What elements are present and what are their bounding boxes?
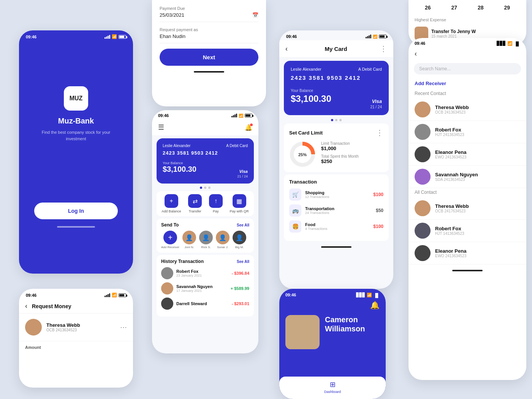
recent-id-4: SDA 2413634523 [435, 177, 478, 182]
dash-status-icons: 📶 [231, 114, 252, 118]
all-info-1: Theresa Webb OCB 2417634523 [435, 203, 469, 213]
set-limit-section: Set Card Limit ⋮ 25% Limit Transaction $… [284, 124, 389, 172]
wifi-icon: 📶 [112, 34, 117, 39]
card-type: A Debit Card [226, 144, 248, 148]
menu-button[interactable]: ☰ [158, 123, 164, 131]
splash-content: MUZ Muz-Bank Find the best company stock… [19, 41, 133, 219]
profile-wifi: 📶 [367, 293, 372, 298]
pie-chart-svg: 25% [289, 141, 316, 168]
set-limit-more[interactable]: ⋮ [376, 128, 383, 137]
contacts-battery: ▐▌ [514, 41, 520, 46]
trans-amount-2: $50 [376, 208, 383, 213]
card-number: 2423 3581 9503 2412 [163, 150, 248, 156]
notification-button[interactable]: 🔔 [245, 124, 252, 131]
trans-info-3: Food 4 Transactions [305, 222, 373, 231]
history-header: History Transaction See All [161, 259, 249, 264]
wifi-icon-2: 📶 [112, 293, 117, 298]
set-limit-header: Set Card Limit ⋮ [289, 128, 383, 137]
request-as-label: Request payment as [160, 27, 258, 32]
back-button[interactable]: ‹ [25, 302, 27, 310]
battery-icon [119, 35, 126, 39]
action-buttons: + Add Balance ⇄ Transfer ↑ Pay ▦ Pay wit… [157, 191, 254, 216]
send-contact-4[interactable]: 👤 Big M. [233, 231, 246, 249]
all-id-3: EWO 2413634523 [435, 254, 466, 258]
add-balance-button[interactable]: + Add Balance [162, 194, 181, 213]
big-card-expiry: 21 / 24 [291, 105, 382, 109]
add-contact-button[interactable]: + [163, 231, 177, 244]
trans-name-3: Food [305, 222, 373, 227]
history-avatar-1 [161, 267, 173, 279]
all-info-2: Robert Fox HJT 1413634523 [435, 226, 464, 236]
request-as-value: Ehan Nudin [160, 33, 258, 43]
search-bar[interactable]: Search Name... [414, 63, 521, 74]
contact-avatar [25, 319, 42, 336]
history-section: History Transaction See All Robert Fox 2… [157, 255, 254, 317]
mycard-back-button[interactable]: ‹ [285, 45, 288, 53]
dashboard-screen: 09:46 📶 ☰ 🔔 Leslie Alexander A Debit Car… [152, 110, 258, 353]
history-item-2: Savannah Nguyen 17 January 2021 + $589.9… [161, 282, 249, 294]
trans-sub-1: 12 Transactions [305, 195, 373, 199]
send-see-all[interactable]: See All [237, 223, 249, 227]
history-see-all[interactable]: See All [237, 260, 249, 264]
recent-info-2: Robert Fox HJT 2413634523 [435, 127, 464, 137]
page-title: Request Money [32, 303, 71, 309]
pay-qr-button[interactable]: ▦ Pay with QR [230, 194, 249, 213]
trans-item-3: 🍔 Food 4 Transactions $100 [289, 220, 383, 233]
cal-day-4: 29 [504, 5, 510, 11]
svg-text:25%: 25% [298, 152, 307, 157]
time-display: 09:46 [26, 35, 36, 39]
big-card-type: A Debit Card [358, 67, 382, 71]
payment-screen: Payment Due 25/03/2021 📅 Request payment… [152, 0, 266, 106]
send-contact-1[interactable]: 👤 Joni N. [182, 231, 196, 249]
big-card-balance-label: Your Balance [291, 89, 331, 93]
all-info-3: Eleanor Pena EWO 2413634523 [435, 248, 466, 258]
dashboard-status-bar: 09:46 📶 [152, 110, 258, 119]
add-balance-label: Add Balance [162, 209, 181, 213]
recent-name-2: Robert Fox [435, 127, 464, 133]
send-contact-3[interactable]: 👤 Sunar J. [216, 231, 230, 249]
history-name-1: Robert Fox [176, 269, 232, 274]
add-receiver-button[interactable]: Add Receiver [408, 78, 526, 89]
send-contact-2[interactable]: 👤 Rick S. [199, 231, 213, 249]
contacts-back-button[interactable]: ‹ [415, 50, 417, 58]
profile-name-line1: Cameron [325, 315, 365, 324]
total-spent-row: Total Spent this Month $250 [321, 154, 383, 164]
profile-notification-button[interactable]: 🔔 [370, 301, 380, 310]
pay-button[interactable]: ↑ Pay [209, 194, 223, 213]
all-id-1: OCB 2417634523 [435, 209, 469, 213]
recent-contact-3: Eleanor Pena EWO 2413634523 [408, 143, 526, 166]
dashboard-topbar: ☰ 🔔 [152, 119, 258, 135]
dash-battery-icon [245, 114, 252, 117]
trans-amount-3: $100 [373, 224, 383, 229]
next-button[interactable]: Next [160, 49, 258, 66]
all-id-2: HJT 1413634523 [435, 231, 464, 236]
trans-name-2: Transportation [305, 206, 376, 211]
profile-photo [285, 315, 320, 349]
dash-signal-icon [231, 114, 237, 117]
all-contact-1: Theresa Webb OCB 2417634523 [408, 197, 526, 220]
all-contact-3: Eleanor Pena EWO 2413634523 [408, 242, 526, 264]
mycard-title: My Card [325, 46, 347, 52]
recent-contact-4: Savannah Nguyen SDA 2413634523 [408, 166, 526, 188]
app-logo: MUZ [64, 86, 88, 111]
transfer-button[interactable]: ⇄ Transfer [188, 194, 202, 213]
trans-item-2: 🚌 Transportation 24 Transactions $50 [289, 204, 383, 217]
request-money-screen: 09:46 📶 ‹ Request Money Theresa Webb OCB… [19, 289, 133, 388]
food-icon: 🍔 [289, 220, 301, 233]
contact-row: Theresa Webb OCB 2413634523 ⋯ [19, 314, 133, 341]
login-button[interactable]: Log In [34, 203, 118, 219]
nav-dashboard[interactable]: ⊞ Dashboard [324, 380, 341, 394]
signal-icon [104, 35, 110, 39]
pie-chart: 25% [289, 141, 316, 168]
recent-info-3: Eleanor Pena EWO 2413634523 [435, 149, 466, 159]
profile-screen: 09:46 ▊▊▊ 📶 ▐▌ 🔔 Cameron Williamson ⊞ Da… [279, 289, 386, 399]
total-spent-label: Total Spent this Month [321, 154, 383, 158]
recent-name-3: Eleanor Pena [435, 149, 466, 155]
recent-avatar-4 [415, 169, 431, 185]
more-options-button[interactable]: ⋯ [120, 323, 127, 331]
trans-item-1: 🛒 Shopping 12 Transactions $100 [289, 188, 383, 201]
recent-name-4: Savannah Nguyen [435, 172, 478, 177]
recent-avatar-2 [415, 124, 431, 140]
mycard-more-button[interactable]: ⋮ [380, 44, 387, 53]
add-receiver-item[interactable]: + Add Receiver [161, 231, 179, 249]
